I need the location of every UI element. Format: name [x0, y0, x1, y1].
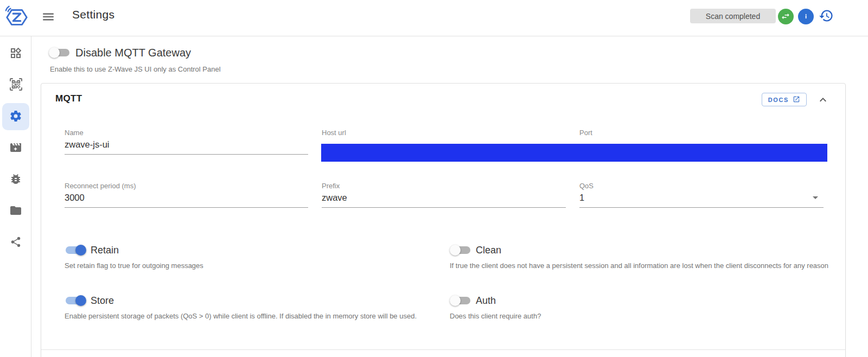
redacted-value-overlay — [321, 144, 827, 162]
scan-status-chip: Scan completed — [690, 9, 776, 23]
sidebar-item-settings[interactable] — [2, 103, 29, 130]
menu-icon[interactable] — [40, 9, 56, 25]
chevron-up-icon[interactable] — [816, 93, 830, 107]
disable-mqtt-gateway-toggle[interactable] — [49, 46, 71, 59]
qrcode-scan-icon — [10, 78, 22, 92]
clean-toggle-block: Clean If true the client does not have a… — [450, 244, 829, 270]
sidebar-item-store[interactable] — [2, 197, 29, 225]
auth-toggle-block: Auth Does this client require auth? — [450, 294, 824, 320]
retain-toggle-block: Retain Set retain flag to true for outgo… — [65, 244, 439, 270]
qos-field: QoS 1 — [579, 182, 824, 208]
prefix-field: Prefix — [322, 182, 566, 208]
toggle-thumb — [450, 245, 461, 256]
disable-mqtt-gateway-label: Disable MQTT Gateway — [75, 47, 191, 59]
prefix-field-label: Prefix — [322, 182, 566, 190]
retain-toggle-label: Retain — [91, 245, 119, 256]
mqtt-panel: MQTT DOCS Name Host url Port — [41, 83, 846, 357]
info-icon[interactable] — [797, 8, 814, 24]
settings-content: Disable MQTT Gateway Enable this to use … — [31, 36, 868, 357]
retain-toggle[interactable] — [65, 244, 86, 257]
qos-select[interactable]: 1 — [579, 190, 824, 208]
host-url-field-label: Host url — [322, 129, 566, 137]
reconnect-period-field: Reconnect period (ms) — [65, 182, 308, 208]
sidebar-item-scenes[interactable] — [2, 135, 29, 162]
auth-toggle[interactable] — [450, 294, 471, 307]
mqtt-fields-row-2: Reconnect period (ms) Prefix QoS 1 — [65, 182, 824, 208]
movie-filter-icon — [9, 141, 22, 156]
clean-toggle-label: Clean — [476, 245, 501, 256]
open-in-new-icon — [793, 95, 800, 104]
sidebar — [0, 36, 31, 357]
toggle-thumb — [75, 295, 86, 306]
name-field: Name — [65, 129, 308, 155]
reconnect-period-label: Reconnect period (ms) — [65, 182, 308, 190]
scan-status-text: Scan completed — [706, 12, 760, 21]
gear-icon — [9, 110, 22, 124]
folder-icon — [9, 204, 22, 219]
store-toggle-block: Store Enable persistent storage of packe… — [65, 294, 439, 320]
top-bar: Settings Scan completed — [0, 0, 868, 36]
prefix-input[interactable] — [322, 190, 566, 208]
store-toggle-label: Store — [91, 295, 114, 307]
share-icon — [10, 236, 22, 250]
swap-horizontal-icon[interactable] — [777, 8, 794, 24]
widgets-icon — [9, 47, 22, 61]
docs-button[interactable]: DOCS — [762, 93, 807, 106]
info-badge — [798, 9, 814, 24]
toggle-thumb — [450, 295, 461, 306]
chevron-down-icon — [813, 196, 818, 199]
toggle-thumb — [75, 245, 86, 256]
qos-field-label: QoS — [579, 182, 824, 190]
store-toggle-hint: Enable persistent storage of packets (Qo… — [65, 312, 439, 320]
reconnect-period-input[interactable] — [65, 190, 308, 208]
page-title: Settings — [72, 8, 114, 21]
qos-selected-value: 1 — [579, 193, 813, 203]
disable-mqtt-gateway-hint: Enable this to use Z-Wave JS UI only as … — [50, 65, 221, 73]
clean-toggle-hint: If true the client does not have a persi… — [450, 262, 829, 270]
history-icon[interactable] — [818, 8, 834, 24]
sidebar-item-network-graph[interactable] — [2, 229, 29, 256]
auth-toggle-hint: Does this client require auth? — [450, 312, 824, 320]
port-field-label: Port — [579, 129, 824, 137]
name-input[interactable] — [65, 137, 308, 155]
auth-toggle-label: Auth — [476, 295, 496, 307]
name-field-label: Name — [65, 129, 308, 137]
panel-divider — [41, 349, 845, 350]
bug-icon — [9, 173, 22, 187]
zwave-js-ui-logo — [4, 3, 29, 29]
store-toggle[interactable] — [65, 294, 86, 307]
mqtt-panel-title: MQTT — [55, 93, 82, 104]
toggle-thumb — [49, 47, 60, 58]
sidebar-item-control-panel[interactable] — [2, 40, 29, 67]
sidebar-item-debug[interactable] — [2, 166, 29, 193]
connection-status-badge — [778, 9, 794, 24]
retain-toggle-hint: Set retain flag to true for outgoing mes… — [65, 262, 439, 270]
docs-button-label: DOCS — [768, 97, 789, 103]
sidebar-item-smart-start[interactable] — [2, 72, 29, 99]
clean-toggle[interactable] — [450, 244, 471, 257]
